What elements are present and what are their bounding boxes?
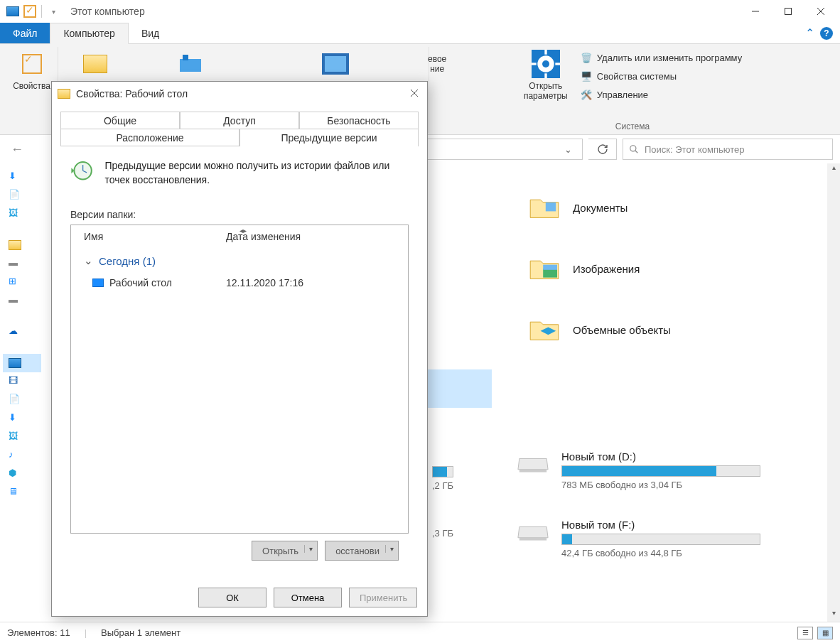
search-box[interactable]: Поиск: Этот компьютер	[623, 139, 833, 160]
svg-rect-12	[544, 73, 546, 78]
drive-f[interactable]: Новый том (F:) 42,4 ГБ свободно из 44,8 …	[509, 514, 765, 563]
nav-back-button[interactable]: ←	[7, 139, 27, 159]
ribbon-collapse-icon[interactable]: ⌃	[805, 26, 814, 40]
tab-location[interactable]: Расположение	[60, 129, 239, 146]
qat-separator	[41, 5, 42, 18]
tree-folder[interactable]	[3, 236, 41, 254]
status-bar: Элементов: 11 | Выбран 1 элемент ☰ ▦	[0, 622, 840, 643]
tab-view[interactable]: Вид	[129, 23, 172, 43]
svg-point-10	[542, 60, 549, 67]
nav-tree[interactable]: ⬇ 📄 🖼 ▬ ⊞ ▬ ☁ 🎞 📄 ⬇ 🖼 ♪ ⬢ 🖥	[0, 163, 44, 622]
maximize-button[interactable]	[772, 0, 804, 23]
col-name[interactable]: Имя	[71, 225, 213, 248]
qat-dropdown-icon[interactable]: ▾	[46, 4, 60, 18]
management-icon: 🛠️	[580, 88, 593, 101]
svg-rect-1	[785, 9, 792, 15]
svg-rect-18	[543, 269, 557, 278]
tree-drive1[interactable]: ▬	[3, 254, 41, 273]
folder-icon	[524, 313, 564, 347]
versions-listbox[interactable]: Имя Дата изменения ◂▸ ⌄ Сегодня (1) Рабо…	[70, 225, 409, 534]
tree-3dobjects[interactable]: ⬢	[3, 465, 41, 483]
col-date[interactable]: Дата изменения	[213, 225, 313, 248]
version-group-today[interactable]: ⌄ Сегодня (1)	[71, 249, 408, 273]
folder-icon	[524, 190, 564, 225]
drive-icon	[513, 450, 553, 480]
tree-desktop[interactable]: 🖥	[3, 483, 41, 502]
scroll-up-icon[interactable]: ▴	[827, 163, 840, 176]
history-clock-icon	[70, 159, 94, 189]
qat-properties-icon[interactable]	[23, 4, 37, 18]
tree-downloads2[interactable]: ⬇	[3, 409, 41, 428]
tree-documents2[interactable]: 📄	[3, 391, 41, 409]
window-titlebar: ▾ Этот компьютер	[0, 0, 840, 23]
help-icon[interactable]: ?	[820, 27, 833, 40]
svg-point-15	[630, 146, 636, 151]
tree-pictures2[interactable]: 🖼	[3, 428, 41, 446]
dialog-titlebar[interactable]: Свойства: Рабочий стол	[52, 82, 427, 106]
tree-downloads[interactable]: ⬇	[3, 168, 41, 186]
svg-rect-11	[544, 50, 546, 55]
view-details-button[interactable]: ☰	[797, 627, 813, 639]
systemprops-icon: 🖥️	[580, 70, 593, 82]
ribbon-properties-button[interactable]: Свойства	[6, 47, 58, 91]
chevron-down-icon: ⌄	[84, 254, 93, 267]
dialog-description: Предыдущие версии можно получить из исто…	[105, 159, 409, 187]
tab-general[interactable]: Общие	[60, 112, 180, 129]
tree-documents[interactable]: 📄	[3, 186, 41, 205]
search-icon	[629, 144, 639, 154]
tree-pictures[interactable]: 🖼	[3, 205, 41, 223]
desktop-icon	[92, 279, 104, 287]
svg-rect-22	[519, 538, 546, 541]
restore-version-button[interactable]: осстанови	[325, 541, 399, 561]
version-item-date: 12.11.2020 17:16	[226, 277, 303, 288]
open-version-button[interactable]: Открыть	[252, 541, 318, 561]
uninstall-icon: 🗑️	[580, 51, 593, 64]
tree-thispc[interactable]	[3, 354, 41, 372]
svg-rect-5	[183, 55, 188, 60]
tab-security[interactable]: Безопасность	[299, 112, 419, 129]
ribbon-management-button[interactable]: 🛠️ Управление	[577, 87, 745, 102]
ribbon-systemprops-button[interactable]: 🖥️ Свойства системы	[577, 68, 745, 84]
refresh-button[interactable]	[588, 139, 617, 160]
nav-forward-button[interactable]	[33, 139, 53, 159]
tree-drive2[interactable]: ▬	[3, 291, 41, 310]
content-scrollbar[interactable]: ▴ ▾	[827, 163, 840, 622]
dialog-body: Предыдущие версии можно получить из исто…	[60, 146, 419, 575]
tree-apps[interactable]: ⊞	[3, 273, 41, 291]
view-icons-button[interactable]: ▦	[817, 627, 833, 639]
tab-access[interactable]: Доступ	[180, 112, 299, 129]
tree-videos[interactable]: 🎞	[3, 372, 41, 391]
address-dropdown-icon[interactable]: ⌄	[564, 144, 572, 155]
ok-button[interactable]: ОК	[198, 588, 266, 607]
scroll-down-icon[interactable]: ▾	[827, 609, 840, 622]
ribbon-uninstall-button[interactable]: 🗑️ Удалить или изменить программу	[577, 50, 745, 65]
window-title: Этот компьютер	[70, 6, 145, 17]
version-item[interactable]: Рабочий стол 12.11.2020 17:16	[71, 273, 408, 293]
ribbon-properties-label: Свойства	[13, 81, 50, 91]
tab-previous-versions[interactable]: Предыдущие версии	[239, 129, 419, 146]
folder-documents[interactable]: Документы	[520, 188, 840, 227]
cancel-button[interactable]: Отмена	[274, 588, 342, 607]
dialog-close-button[interactable]	[407, 85, 421, 103]
minimize-button[interactable]	[739, 0, 772, 23]
column-resize-icon[interactable]: ◂▸	[239, 227, 247, 234]
svg-rect-19	[543, 265, 557, 270]
folder-images[interactable]: Изображения	[520, 249, 840, 288]
apply-button[interactable]: Применить	[349, 588, 417, 607]
folder-icon	[58, 89, 70, 99]
folder-icon	[524, 252, 564, 286]
drive-d-bar	[561, 465, 760, 477]
tab-computer[interactable]: Компьютер	[50, 23, 128, 44]
folder-3dobjects[interactable]: Объемные объекты	[520, 310, 840, 350]
drive-d[interactable]: Новый том (D:) 783 МБ свободно из 3,04 Г…	[509, 446, 765, 495]
drive-f-bar	[561, 534, 760, 545]
tree-onedrive[interactable]: ☁	[3, 323, 41, 341]
tree-music[interactable]: ♪	[3, 446, 41, 465]
svg-rect-14	[555, 63, 560, 65]
tab-file[interactable]: Файл	[0, 23, 50, 43]
svg-rect-17	[546, 202, 556, 212]
close-button[interactable]	[804, 0, 837, 23]
search-placeholder: Поиск: Этот компьютер	[645, 144, 744, 155]
selected-item-fragment[interactable]	[428, 369, 492, 408]
ribbon-open-params-button[interactable]: Открыть параметры	[520, 47, 571, 120]
